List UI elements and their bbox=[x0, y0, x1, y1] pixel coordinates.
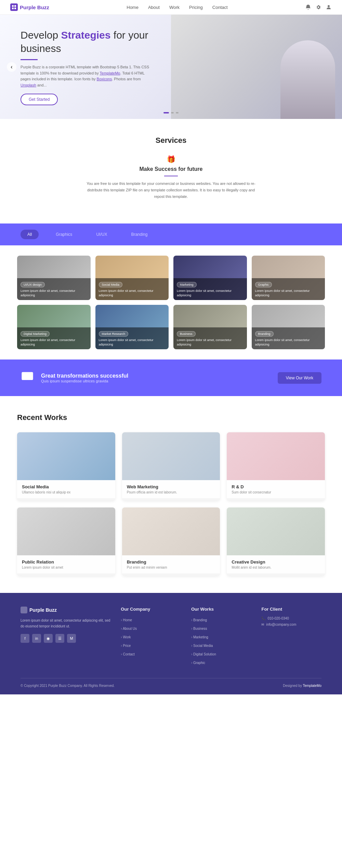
nav-about[interactable]: About bbox=[148, 5, 160, 10]
nav-work[interactable]: Work bbox=[169, 5, 180, 10]
portfolio-item[interactable]: Digital Marketing Lorem ipsum dolor sit … bbox=[17, 305, 91, 349]
menu-icon[interactable]: ☰ bbox=[55, 634, 64, 643]
navbar: Purple Buzz Home About Work Pricing Cont… bbox=[0, 0, 342, 15]
work-card-subtitle: Psum officia anim id est laborum. bbox=[127, 490, 215, 494]
portfolio-overlay: Market Research Lorem ipsum dolor sit am… bbox=[95, 327, 169, 349]
portfolio-overlay: Graphic Lorem ipsum dolor sit amet, cons… bbox=[252, 278, 325, 300]
svg-point-4 bbox=[328, 5, 330, 7]
dot-3[interactable] bbox=[176, 112, 179, 113]
portfolio-item[interactable]: Branding Lorem ipsum dolor sit amet, con… bbox=[252, 305, 325, 349]
nav-pricing[interactable]: Pricing bbox=[189, 5, 203, 10]
boxicons-link[interactable]: Boxicons bbox=[97, 77, 112, 81]
portfolio-tag: Social Media bbox=[99, 282, 123, 287]
templatemo-credit[interactable]: TemplateMo bbox=[303, 684, 321, 688]
footer-about-link[interactable]: About Us bbox=[121, 627, 137, 630]
portfolio-overlay: Business Lorem ipsum dolor sit amet, con… bbox=[173, 327, 247, 349]
work-card-image bbox=[122, 507, 220, 555]
footer-work-link[interactable]: Work bbox=[121, 635, 131, 639]
work-card-image bbox=[122, 432, 220, 480]
brand-logo[interactable]: Purple Buzz bbox=[10, 3, 49, 11]
templatemo-link[interactable]: TemplateMo bbox=[100, 71, 120, 75]
portfolio-text: Lorem ipsum dolor sit amet, consectetur … bbox=[177, 289, 244, 297]
work-card-subtitle: Lorem ipsum dolor sit amet bbox=[22, 566, 110, 569]
hero-prev-button[interactable]: ‹ bbox=[7, 62, 16, 72]
bell-icon[interactable] bbox=[305, 4, 311, 10]
work-card[interactable]: Public Relation Lorem ipsum dolor sit am… bbox=[17, 507, 115, 576]
phone-icon: 📞 bbox=[261, 616, 265, 620]
nav-links: Home About Work Pricing Contact bbox=[127, 5, 227, 10]
work-card-subtitle: Ullamco laboris nisi ut aliquip ex bbox=[22, 490, 110, 494]
service-feature: 🎁 Make Success for future You are free t… bbox=[21, 155, 321, 200]
facebook-icon[interactable]: f bbox=[21, 634, 29, 643]
footer-digital-link[interactable]: Digital Solution bbox=[191, 652, 216, 656]
footer-home-link[interactable]: Home bbox=[121, 618, 132, 622]
instagram-icon[interactable]: ◉ bbox=[44, 634, 53, 643]
portfolio-item[interactable]: Graphic Lorem ipsum dolor sit amet, cons… bbox=[252, 256, 325, 300]
footer-contact-link[interactable]: Contact bbox=[121, 652, 135, 656]
nav-home[interactable]: Home bbox=[127, 5, 139, 10]
work-card[interactable]: Web Marketing Psum officia anim id est l… bbox=[122, 432, 220, 501]
linkedin-icon[interactable]: in bbox=[32, 634, 41, 643]
work-card[interactable]: Branding Put enim ad minim veniam bbox=[122, 507, 220, 576]
work-card-title: Public Relation bbox=[22, 559, 110, 565]
footer-bottom: © Copyright 2021 Purple Buzz Company. Al… bbox=[21, 678, 321, 688]
hero-headline-start: Develop bbox=[21, 29, 61, 41]
logo-icon bbox=[10, 3, 18, 11]
portfolio-item[interactable]: UI/UX design Lorem ipsum dolor sit amet,… bbox=[17, 256, 91, 300]
footer-marketing-link[interactable]: Marketing bbox=[191, 635, 208, 639]
footer-brand-name: Purple Buzz bbox=[29, 607, 57, 613]
get-started-button[interactable]: Get Started bbox=[21, 94, 58, 105]
portfolio-text: Lorem ipsum dolor sit amet, consectetur … bbox=[99, 338, 166, 347]
filter-branding[interactable]: Branding bbox=[124, 230, 154, 239]
portfolio-overlay: Digital Marketing Lorem ipsum dolor sit … bbox=[17, 327, 91, 349]
footer-client-col: For Client 📞 010-020-0340 ✉ info@company… bbox=[261, 607, 321, 668]
work-card[interactable]: Social Media Ullamco laboris nisi ut ali… bbox=[17, 432, 115, 501]
footer-branding-link[interactable]: Branding bbox=[191, 618, 207, 622]
view-our-work-button[interactable]: View Our Work bbox=[278, 372, 321, 384]
portfolio-text: Lorem ipsum dolor sit amet, consectetur … bbox=[255, 338, 322, 347]
portfolio-tag: UI/UX design bbox=[21, 282, 45, 287]
portfolio-text: Lorem ipsum dolor sit amet, consectetur … bbox=[255, 289, 322, 297]
feature-underline bbox=[164, 176, 178, 176]
footer-price-link[interactable]: Price bbox=[121, 644, 131, 648]
services-title: Services bbox=[21, 136, 321, 145]
nav-contact[interactable]: Contact bbox=[212, 5, 228, 10]
user-icon[interactable] bbox=[326, 4, 332, 10]
portfolio-item[interactable]: Market Research Lorem ipsum dolor sit am… bbox=[95, 305, 169, 349]
portfolio-section: UI/UX design Lorem ipsum dolor sit amet,… bbox=[0, 245, 342, 360]
hero-content: Develop Strategies for your business Pur… bbox=[21, 28, 178, 105]
dot-2[interactable] bbox=[171, 112, 174, 113]
filter-uiux[interactable]: UI/UX bbox=[89, 230, 114, 239]
email-address: info@company.com bbox=[266, 623, 296, 626]
mail-icon[interactable]: M bbox=[67, 634, 76, 643]
footer-brand: Purple Buzz bbox=[21, 607, 110, 613]
work-card-image bbox=[227, 507, 325, 555]
portfolio-item[interactable]: Social Media Lorem ipsum dolor sit amet,… bbox=[95, 256, 169, 300]
footer-business-link[interactable]: Business bbox=[191, 627, 207, 630]
portfolio-item[interactable]: Business Lorem ipsum dolor sit amet, con… bbox=[173, 305, 247, 349]
footer-social-media-link[interactable]: Social Media bbox=[191, 644, 213, 648]
footer-social-links: f in ◉ ☰ M bbox=[21, 634, 110, 643]
hero-image bbox=[171, 15, 342, 119]
dot-1[interactable] bbox=[163, 112, 169, 113]
unsplash-link[interactable]: Unsplash bbox=[21, 83, 36, 87]
settings-icon[interactable] bbox=[315, 4, 321, 10]
svg-rect-1 bbox=[14, 5, 16, 7]
recent-works-section: Recent Works Social Media Ullamco labori… bbox=[0, 396, 342, 593]
hero-dots bbox=[163, 112, 179, 113]
work-card[interactable]: R & D Sum dolor sit consecnatur bbox=[227, 432, 325, 501]
filter-graphics[interactable]: Graphics bbox=[49, 230, 79, 239]
footer-graphic-link[interactable]: Graphic bbox=[191, 661, 205, 665]
work-card-info: Web Marketing Psum officia anim id est l… bbox=[122, 480, 220, 498]
portfolio-tag: Market Research bbox=[99, 331, 129, 337]
cta-left: Great transformations successful Quis ip… bbox=[21, 370, 128, 386]
filter-all[interactable]: All bbox=[21, 230, 39, 239]
work-card[interactable]: Creative Design Mollit anim id est labor… bbox=[227, 507, 325, 576]
portfolio-item[interactable]: Marketing Lorem ipsum dolor sit amet, co… bbox=[173, 256, 247, 300]
hero-description: Purple Buzz is a corporate HTML template… bbox=[21, 64, 150, 88]
cta-title: Great transformations successful bbox=[41, 373, 128, 379]
footer-company-title: Our Company bbox=[121, 607, 181, 612]
recent-works-title: Recent Works bbox=[17, 413, 325, 422]
portfolio-tag: Business bbox=[177, 331, 196, 337]
work-card-info: R & D Sum dolor sit consecnatur bbox=[227, 480, 325, 498]
